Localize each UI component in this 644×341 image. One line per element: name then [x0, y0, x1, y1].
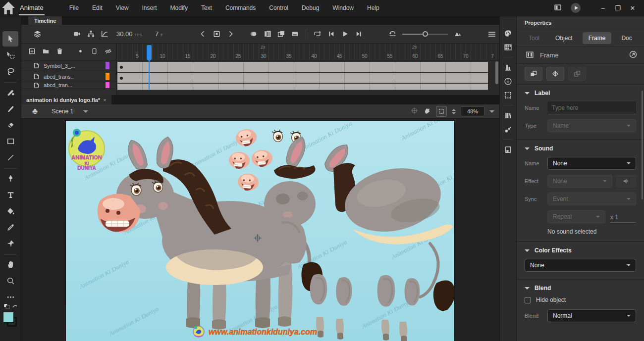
timeline-panel-menu-icon[interactable] [488, 34, 495, 35]
new-folder-icon[interactable] [42, 48, 50, 56]
free-transform-tool[interactable] [2, 48, 18, 63]
sound-repeat-dropdown[interactable]: Repeat [547, 210, 605, 223]
onion-skin-outline-icon[interactable] [260, 27, 274, 41]
rotate-canvas-icon[interactable] [423, 107, 431, 116]
menu-item-edit[interactable]: Edit [92, 4, 103, 11]
collapse-section-icon[interactable] [525, 147, 530, 150]
zoom-stepper[interactable] [452, 109, 456, 114]
window-restore-button[interactable]: ❐ [611, 2, 624, 13]
layer-row-symbol-3[interactable]: Symbol_3_... [21, 60, 116, 71]
history-panel-icon[interactable] [502, 144, 515, 155]
outline-view-icon[interactable] [91, 48, 98, 56]
zoom-decrease-icon[interactable] [452, 112, 456, 114]
keyframe-dot[interactable] [120, 66, 123, 69]
classic-brush-tool[interactable] [2, 101, 18, 116]
menu-item-insert[interactable]: Insert [142, 4, 157, 11]
quick-share-icon[interactable] [629, 50, 637, 60]
delete-layer-icon[interactable] [56, 48, 63, 56]
close-document-icon[interactable]: × [103, 97, 106, 103]
graph-editor-icon[interactable] [98, 27, 111, 41]
slider-knob[interactable] [423, 31, 428, 37]
loop-playback-icon[interactable] [310, 27, 324, 41]
keyframe-dot[interactable] [120, 77, 123, 80]
brush-library-panel-icon[interactable] [502, 123, 515, 135]
layer-color-chip[interactable] [106, 73, 109, 80]
swatches-panel-icon[interactable] [502, 41, 515, 53]
menu-item-modify[interactable]: Modify [170, 4, 188, 11]
upper-leg-4[interactable] [405, 278, 420, 305]
parenting-view-icon[interactable] [84, 27, 98, 41]
pasteboard[interactable]: Animation Ki Duniya Animation Ki Duniya … [21, 119, 499, 341]
highlight-layer-icon[interactable] [77, 48, 84, 56]
swap-frames-button[interactable] [525, 67, 542, 81]
timeline-vertical-scrollbar[interactable] [495, 61, 498, 84]
window-minimize-button[interactable]: – [596, 2, 609, 13]
sound-sync-dropdown[interactable]: Event [547, 193, 636, 205]
menu-item-file[interactable]: File [69, 4, 79, 11]
paint-bucket-tool[interactable] [2, 203, 18, 219]
camera-icon[interactable] [70, 27, 84, 41]
blend-mode-dropdown[interactable]: Normal [547, 309, 636, 322]
insert-frame-span-icon[interactable] [288, 27, 302, 41]
clip-content-button[interactable] [436, 106, 447, 117]
menu-item-commands[interactable]: Commands [225, 4, 256, 11]
pen-tool[interactable] [2, 171, 18, 186]
tab-frame[interactable]: Frame [583, 32, 612, 44]
layer-row-abcd-trans-2[interactable]: abcd_tran... [21, 82, 116, 89]
scene-dropdown-icon[interactable] [83, 110, 88, 113]
edit-symbols-icon[interactable] [411, 107, 418, 116]
layer-row-abcd-trans-1[interactable]: abcd_trans.. [21, 71, 116, 82]
previous-keyframe-icon[interactable] [196, 27, 210, 41]
frame-span-layer-3[interactable] [117, 84, 488, 90]
workspace-layout-icon[interactable] [554, 3, 562, 13]
edit-sound-envelope-button[interactable] [616, 175, 636, 188]
timeline-ruler[interactable]: 1s 2s 5 10 15 20 25 30 35 40 45 50 55 60… [117, 44, 499, 60]
document-tab[interactable]: animation ki duniya logo.fla* × [21, 95, 111, 104]
show-hide-all-icon[interactable] [105, 48, 112, 56]
swap-colors-icon[interactable] [3, 303, 18, 309]
collapse-section-icon[interactable] [525, 249, 530, 252]
sound-loop-count[interactable]: x 1 [610, 211, 636, 223]
sync-symbols-button[interactable] [568, 67, 586, 81]
hide-object-checkbox[interactable] [525, 297, 531, 303]
properties-scrollbar[interactable] [642, 91, 643, 199]
rectangle-tool[interactable] [2, 134, 18, 149]
layer-color-chip[interactable] [106, 82, 109, 89]
layer-view-icon[interactable] [30, 27, 44, 41]
menu-item-control[interactable]: Control [269, 4, 288, 11]
library-panel-icon[interactable] [502, 109, 515, 121]
label-type-dropdown[interactable]: Name [547, 119, 636, 132]
align-panel-icon[interactable] [502, 61, 515, 73]
collapse-section-icon[interactable] [525, 92, 530, 95]
layer-color-chip[interactable] [106, 62, 109, 69]
onion-skin-icon[interactable] [246, 27, 260, 41]
hand-tool[interactable] [2, 257, 18, 272]
frame-span-layer-2[interactable] [117, 73, 488, 83]
current-frame-value[interactable]: 7 [155, 30, 159, 38]
code-snippets-button[interactable] [546, 67, 564, 81]
new-layer-icon[interactable] [28, 48, 36, 56]
fluid-brush-tool[interactable] [2, 85, 18, 100]
insert-keyframe-icon[interactable] [210, 27, 223, 41]
next-keyframe-icon[interactable] [223, 27, 237, 41]
fps-value[interactable]: 30.00 [116, 30, 133, 38]
label-name-input[interactable] [547, 101, 636, 114]
timeline-panel-tab[interactable]: Timeline [28, 16, 62, 25]
app-name[interactable]: Animate [19, 0, 45, 15]
sound-effect-dropdown[interactable]: None [547, 175, 612, 188]
scene-name[interactable]: Scene 1 [52, 108, 73, 115]
menu-item-help[interactable]: Help [367, 4, 379, 11]
line-tool[interactable] [2, 150, 18, 165]
zoom-tool[interactable] [2, 273, 18, 289]
upper-leg-1[interactable] [310, 274, 327, 304]
menu-item-window[interactable]: Window [332, 4, 354, 11]
step-back-icon[interactable] [324, 27, 338, 41]
selection-tool[interactable] [2, 31, 18, 47]
color-panel-icon[interactable] [502, 27, 515, 39]
eraser-tool[interactable] [2, 117, 18, 133]
window-close-button[interactable]: ✕ [626, 2, 639, 13]
test-movie-button[interactable] [571, 3, 581, 13]
menu-item-text[interactable]: Text [201, 4, 212, 11]
upper-leg-3[interactable] [377, 275, 395, 307]
reset-timeline-zoom-icon[interactable] [385, 27, 399, 41]
